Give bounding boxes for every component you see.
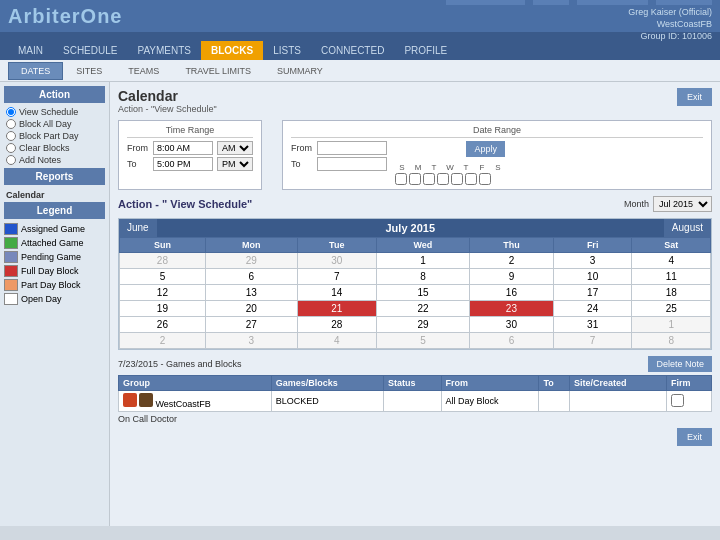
action-clear-blocks[interactable]: Clear Blocks	[4, 142, 105, 154]
cal-day-cell[interactable]: 7	[297, 269, 376, 285]
legend-color-full-block	[4, 265, 18, 277]
next-month-label[interactable]: August	[664, 219, 711, 237]
date-to-input[interactable]	[317, 157, 387, 171]
cal-day-cell[interactable]: 6	[469, 333, 553, 349]
col-from: From	[441, 376, 539, 391]
action-view-schedule[interactable]: View Schedule	[4, 106, 105, 118]
cal-day-cell[interactable]: 6	[205, 269, 297, 285]
month-select[interactable]: Jul 2015	[653, 196, 712, 212]
from-time-ampm[interactable]: AMPM	[217, 141, 253, 155]
cal-day-cell[interactable]: 28	[120, 253, 206, 269]
cal-day-cell[interactable]: 2	[469, 253, 553, 269]
exit-button-top[interactable]: Exit	[677, 88, 712, 106]
legend-color-pending	[4, 251, 18, 263]
subnav-dates[interactable]: DATES	[8, 62, 63, 80]
cal-day-cell[interactable]: 17	[553, 285, 632, 301]
switch-views-button[interactable]: SWITCH VIEWS	[446, 0, 525, 5]
cal-day-cell[interactable]: 13	[205, 285, 297, 301]
nav-blocks[interactable]: BLOCKS	[201, 41, 263, 60]
firm-checkbox[interactable]	[671, 394, 684, 407]
day-selector: SMTWTFS	[395, 161, 505, 185]
month-nav: Month Jul 2015	[624, 196, 712, 212]
cal-day-cell[interactable]: 22	[376, 301, 469, 317]
cal-day-cell[interactable]: 5	[120, 269, 206, 285]
cal-day-cell[interactable]: 8	[376, 269, 469, 285]
apply-button[interactable]: Apply	[466, 141, 505, 157]
col-tue: Tue	[297, 238, 376, 253]
note-from: All Day Block	[441, 391, 539, 412]
from-time-input[interactable]	[153, 141, 213, 155]
delete-note-button[interactable]: Delete Note	[648, 356, 712, 372]
cal-day-cell[interactable]: 19	[120, 301, 206, 317]
nav-connected[interactable]: CONNECTED	[311, 41, 394, 60]
user-group-id: Group ID: 101006	[628, 31, 712, 43]
cal-day-cell[interactable]: 4	[297, 333, 376, 349]
cal-day-cell[interactable]: 15	[376, 285, 469, 301]
day-sun[interactable]	[395, 173, 407, 185]
cal-day-cell[interactable]: 11	[632, 269, 711, 285]
cal-day-cell[interactable]: 18	[632, 285, 711, 301]
subnav-teams[interactable]: TEAMS	[115, 62, 172, 80]
action-block-all-day[interactable]: Block All Day	[4, 118, 105, 130]
day-tue[interactable]	[423, 173, 435, 185]
exit-button-bottom[interactable]: Exit	[677, 428, 712, 446]
cal-day-cell[interactable]: 29	[376, 317, 469, 333]
date-from-input[interactable]	[317, 141, 387, 155]
legend-color-assigned	[4, 223, 18, 235]
action-block-part-day[interactable]: Block Part Day	[4, 130, 105, 142]
day-fri[interactable]	[465, 173, 477, 185]
legend-color-open	[4, 293, 18, 305]
cal-day-cell[interactable]: 30	[297, 253, 376, 269]
day-sat[interactable]	[479, 173, 491, 185]
cal-day-cell[interactable]: 4	[632, 253, 711, 269]
cal-day-cell[interactable]: 20	[205, 301, 297, 317]
cal-day-cell[interactable]: 27	[205, 317, 297, 333]
to-time-input[interactable]	[153, 157, 213, 171]
nav-profile[interactable]: PROFILE	[394, 41, 457, 60]
nav-schedule[interactable]: SCHEDULE	[53, 41, 127, 60]
reports-section-header: Reports	[4, 168, 105, 185]
col-fri: Fri	[553, 238, 632, 253]
cal-day-cell[interactable]: 21	[297, 301, 376, 317]
cal-day-cell[interactable]: 24	[553, 301, 632, 317]
day-mon[interactable]	[409, 173, 421, 185]
subnav-sites[interactable]: SITES	[63, 62, 115, 80]
cal-day-cell[interactable]: 26	[120, 317, 206, 333]
cal-day-cell[interactable]: 16	[469, 285, 553, 301]
user-group: WestCoastFB	[628, 19, 712, 31]
cal-day-cell[interactable]: 14	[297, 285, 376, 301]
cal-day-cell[interactable]: 5	[376, 333, 469, 349]
prev-month-label[interactable]: June	[119, 219, 157, 237]
cal-day-cell[interactable]: 29	[205, 253, 297, 269]
cal-day-cell[interactable]: 2	[120, 333, 206, 349]
cal-day-cell[interactable]: 1	[376, 253, 469, 269]
cal-day-cell[interactable]: 3	[553, 253, 632, 269]
cal-day-cell[interactable]: 31	[553, 317, 632, 333]
legend-assigned-game: Assigned Game	[4, 223, 105, 235]
to-time-ampm[interactable]: AMPM	[217, 157, 253, 171]
nav-lists[interactable]: LISTS	[263, 41, 311, 60]
cal-day-cell[interactable]: 25	[632, 301, 711, 317]
nav-main[interactable]: MAIN	[8, 41, 53, 60]
cal-day-cell[interactable]: 8	[632, 333, 711, 349]
subnav-travel-limits[interactable]: TRAVEL LIMITS	[172, 62, 264, 80]
cal-day-cell[interactable]: 9	[469, 269, 553, 285]
sign-out-button[interactable]: SIGN OUT	[656, 0, 712, 5]
subnav-summary[interactable]: SUMMARY	[264, 62, 336, 80]
cal-day-cell[interactable]: 28	[297, 317, 376, 333]
my-account-button[interactable]: MY ACCOUNT	[577, 0, 649, 5]
action-add-notes[interactable]: Add Notes	[4, 154, 105, 166]
cal-day-cell[interactable]: 7	[553, 333, 632, 349]
nav-payments[interactable]: PAYMENTS	[127, 41, 201, 60]
user-name: Greg Kaiser (Official)	[628, 7, 712, 19]
note-firm	[666, 391, 711, 412]
day-wed[interactable]	[437, 173, 449, 185]
cal-day-cell[interactable]: 30	[469, 317, 553, 333]
cal-day-cell[interactable]: 12	[120, 285, 206, 301]
cal-day-cell[interactable]: 10	[553, 269, 632, 285]
cal-day-cell[interactable]: 1	[632, 317, 711, 333]
help-button[interactable]: HELP	[533, 0, 569, 5]
day-thu[interactable]	[451, 173, 463, 185]
cal-day-cell[interactable]: 23	[469, 301, 553, 317]
cal-day-cell[interactable]: 3	[205, 333, 297, 349]
